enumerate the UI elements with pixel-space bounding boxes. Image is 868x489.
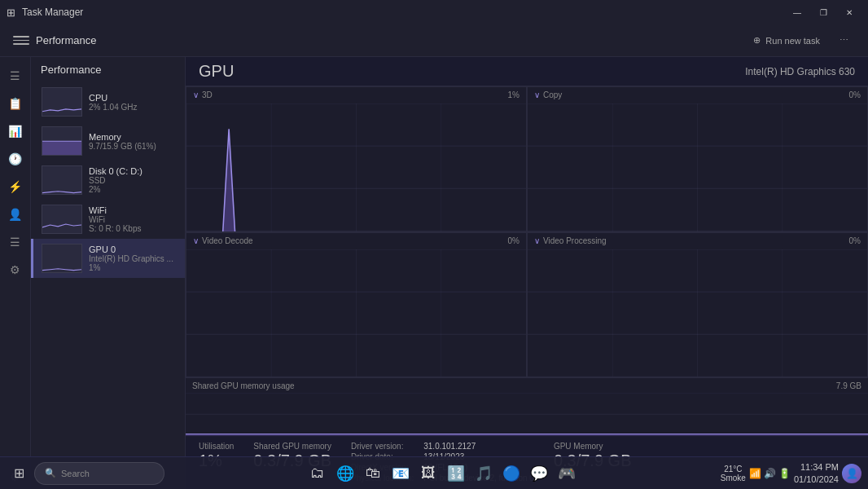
disk-info: Disk 0 (C: D:) SSD2% [89, 166, 177, 194]
taskbar-app-browser[interactable]: 🔵 [498, 460, 524, 487]
sidebar-details-icon[interactable]: ☰ [3, 230, 28, 254]
taskbar-app-game[interactable]: 🎮 [554, 460, 580, 487]
wifi-name: WiFi [89, 205, 177, 215]
disk-name: Disk 0 (C: D:) [89, 166, 177, 176]
taskbar-app-explorer[interactable]: 🗂 [305, 460, 331, 487]
left-panel: Performance CPU 2% 1.04 GHz Mem [31, 57, 186, 489]
sidebar-processes-icon[interactable]: 📋 [3, 91, 28, 116]
chart-3d-label: ∨ 3D [193, 90, 213, 99]
sidebar-history-icon[interactable]: 🕐 [3, 147, 28, 171]
window-controls: — ❐ ✕ [785, 4, 861, 20]
taskbar-app-discord[interactable]: 💬 [526, 460, 552, 487]
taskbar: ⊞ 🔍 Search 🗂 🌐 🛍 📧 🖼 🔢 🎵 🔵 💬 🎮 21°C Smok… [0, 456, 868, 489]
perf-item-memory[interactable]: Memory 9.7/15.9 GB (61%) [31, 121, 185, 161]
chart-video-processing-label: ∨ Video Processing [534, 236, 607, 245]
perf-item-disk[interactable]: Disk 0 (C: D:) SSD2% [31, 161, 185, 200]
taskbar-app-calc[interactable]: 🔢 [443, 460, 469, 487]
sidebar-services-icon[interactable]: ⚙ [3, 258, 28, 282]
perf-item-gpu[interactable]: GPU 0 Intel(R) HD Graphics ...1% [31, 239, 185, 278]
chart-video-processing-percent: 0% [849, 236, 861, 245]
taskbar-app-mail[interactable]: 📧 [388, 460, 414, 487]
clock-time: 11:34 PM [794, 461, 839, 473]
shared-memory-max: 7.9 GB [836, 381, 861, 390]
chart-copy-percent: 0% [849, 90, 861, 99]
taskbar-right: 21°C Smoke 📶 🔊 🔋 11:34 PM 01/10/2024 👤 [721, 461, 861, 485]
start-button[interactable]: ⊞ [7, 462, 31, 485]
sidebar-menu-icon[interactable]: ☰ [3, 64, 28, 88]
battery-icon: 🔋 [778, 468, 791, 479]
gpu-header: GPU Intel(R) HD Graphics 630 [186, 57, 868, 86]
titlebar: ⊞ Task Manager — ❐ ✕ [0, 0, 868, 24]
right-panel: GPU Intel(R) HD Graphics 630 ∨ 3D 1% [186, 57, 868, 489]
chart-copy: ∨ Copy 0% [527, 86, 868, 232]
gpu-subtitle: Intel(R) HD Graphics 630 [745, 66, 855, 77]
gpu-detail: Intel(R) HD Graphics ...1% [89, 254, 177, 272]
minimize-button[interactable]: — [785, 4, 809, 20]
memory-mini-chart [42, 126, 82, 156]
cpu-name: CPU [89, 93, 177, 103]
sidebar-performance-icon[interactable]: 📊 [3, 119, 28, 143]
chart-video-decode-label: ∨ Video Decode [193, 236, 253, 245]
menu-icon[interactable] [13, 33, 29, 49]
charts-area: ∨ 3D 1% [186, 86, 868, 377]
taskbar-apps: 🗂 🌐 🛍 📧 🖼 🔢 🎵 🔵 💬 🎮 [168, 460, 717, 487]
memory-name: Memory [89, 132, 177, 142]
memory-value: 9.7/15.9 GB (61%) [89, 142, 177, 151]
clock[interactable]: 11:34 PM 01/10/2024 [794, 461, 839, 485]
gpu-info: GPU 0 Intel(R) HD Graphics ...1% [89, 244, 177, 272]
header-bar: Performance ⊕ Run new task ⋯ [0, 24, 868, 57]
perf-item-cpu[interactable]: CPU 2% 1.04 GHz [31, 82, 185, 121]
clock-date: 01/10/2024 [794, 474, 839, 485]
sidebar-users-icon[interactable]: 👤 [3, 202, 28, 227]
search-icon: 🔍 [45, 468, 56, 478]
wifi-icon: 📶 [749, 468, 761, 479]
taskbar-search[interactable]: 🔍 Search [34, 462, 164, 485]
wifi-info: WiFi WiFiS: 0 R: 0 Kbps [89, 205, 177, 233]
gpu-memory-label: GPU Memory [554, 442, 632, 451]
memory-info: Memory 9.7/15.9 GB (61%) [89, 132, 177, 151]
cpu-info: CPU 2% 1.04 GHz [89, 93, 177, 112]
performance-header: Performance [31, 57, 185, 82]
user-avatar[interactable]: 👤 [842, 464, 861, 483]
cpu-mini-chart [42, 87, 82, 117]
taskbar-app-store[interactable]: 🛍 [360, 460, 386, 487]
search-text: Search [61, 469, 90, 478]
chart-3d-percent: 1% [508, 90, 519, 99]
app-icon: ⊞ [7, 7, 15, 19]
chart-3d: ∨ 3D 1% [186, 86, 527, 232]
gpu-title: GPU [199, 62, 745, 81]
taskbar-app-edge[interactable]: 🌐 [332, 460, 358, 487]
sidebar-startup-icon[interactable]: ⚡ [3, 174, 28, 199]
volume-icon: 🔊 [764, 468, 776, 479]
taskbar-app-photos[interactable]: 🖼 [415, 460, 441, 487]
chart-video-processing: ∨ Video Processing 0% [527, 232, 868, 378]
run-new-task-button[interactable]: ⊕ Run new task [747, 32, 826, 49]
weather-condition: Smoke [721, 474, 746, 482]
page-title: Performance [36, 34, 740, 46]
weather-temp: 21°C [724, 465, 742, 474]
driver-version-label: Driver version: [351, 442, 414, 451]
shared-memory-chart: Shared GPU memory usage 7.9 GB [186, 377, 868, 434]
disk-mini-chart [42, 165, 82, 195]
restore-button[interactable]: ❐ [811, 4, 835, 20]
shared-memory-label: Shared GPU memory usage [192, 381, 295, 390]
driver-version-value: 31.0.101.2127 [423, 442, 534, 451]
disk-value: SSD2% [89, 176, 177, 194]
weather-widget: 21°C Smoke [721, 465, 746, 482]
run-icon: ⊕ [753, 35, 761, 46]
wifi-value: WiFiS: 0 R: 0 Kbps [89, 215, 177, 233]
system-tray: 📶 🔊 🔋 [749, 468, 791, 479]
shared-gpu-memory-label: Shared GPU memory [253, 442, 331, 451]
utilisation-label: Utilisation [199, 442, 234, 451]
svg-rect-0 [42, 141, 81, 155]
icon-sidebar: ☰ 📋 📊 🕐 ⚡ 👤 ☰ ⚙ ⚙ [0, 57, 31, 489]
chart-copy-label: ∨ Copy [534, 90, 562, 99]
taskbar-app-spotify[interactable]: 🎵 [471, 460, 497, 487]
cpu-value: 2% 1.04 GHz [89, 103, 177, 112]
more-options-button[interactable]: ⋯ [833, 32, 855, 49]
perf-item-wifi[interactable]: WiFi WiFiS: 0 R: 0 Kbps [31, 200, 185, 239]
gpu-mini-chart [42, 244, 82, 273]
gpu-name: GPU 0 [89, 244, 177, 254]
close-button[interactable]: ✕ [837, 4, 861, 20]
main-layout: ☰ 📋 📊 🕐 ⚡ 👤 ☰ ⚙ ⚙ Performance CPU 2% 1.0… [0, 57, 868, 489]
